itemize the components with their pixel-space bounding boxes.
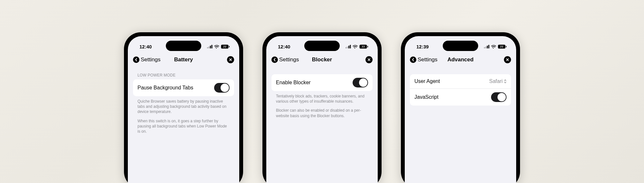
row-label: JavaScript: [414, 94, 439, 100]
svg-rect-12: [367, 46, 368, 47]
svg-rect-9: [348, 46, 349, 48]
settings-group: Enable Blocker: [271, 74, 373, 91]
svg-rect-8: [347, 46, 348, 48]
nav-bar: Settings Blocker: [266, 52, 378, 67]
user-agent-value: Safari: [489, 78, 503, 84]
toggle-javascript[interactable]: [491, 92, 507, 102]
svg-rect-14: [484, 47, 485, 48]
row-label: Enable Blocker: [276, 80, 311, 86]
back-button[interactable]: Settings: [271, 56, 299, 63]
close-button[interactable]: [504, 56, 511, 63]
toggle-enable-blocker[interactable]: [353, 78, 368, 87]
svg-rect-7: [346, 47, 346, 48]
page-title: Blocker: [312, 56, 332, 63]
svg-rect-5: [229, 46, 230, 47]
battery-icon: 77: [498, 45, 507, 49]
dynamic-island: [304, 41, 340, 51]
page-title: Advanced: [447, 56, 473, 63]
close-icon: [367, 58, 371, 61]
setting-row-pause-tabs: Pause Background Tabs: [133, 79, 234, 96]
chevron-left-icon: [410, 56, 416, 63]
wifi-icon: [353, 45, 358, 48]
svg-rect-16: [487, 46, 488, 48]
phone-screen: 12:40 77 Settings Battery: [128, 36, 239, 183]
settings-group: Pause Background Tabs: [133, 79, 234, 96]
status-time: 12:40: [139, 44, 152, 49]
back-button[interactable]: Settings: [133, 56, 160, 63]
close-button[interactable]: [365, 56, 373, 63]
svg-rect-17: [488, 45, 489, 48]
setting-row-user-agent[interactable]: User Agent Safari: [410, 74, 511, 88]
battery-icon: 77: [359, 45, 368, 49]
updown-chevron-icon: [504, 79, 507, 84]
phone-screen: 12:40 77 Settings Blocker: [266, 36, 378, 183]
page-title: Battery: [174, 56, 193, 63]
svg-text:77: 77: [500, 45, 503, 48]
footer-text: When this switch is on, it goes a step f…: [133, 115, 234, 134]
phone-mockup: 12:40 77 Settings Blocker: [262, 32, 382, 183]
status-time: 12:40: [278, 44, 290, 49]
close-icon: [506, 58, 509, 61]
close-icon: [229, 58, 232, 61]
footer-text: Quiche Browser saves battery by pausing …: [133, 96, 234, 115]
row-value: Safari: [489, 78, 507, 84]
phone-screen: 12:39 77 Settings Advanced: [405, 36, 516, 183]
row-label: User Agent: [414, 78, 440, 84]
wifi-icon: [214, 45, 219, 48]
svg-rect-0: [207, 47, 208, 48]
back-label: Settings: [418, 56, 437, 63]
settings-group: User Agent Safari JavaScript: [410, 74, 511, 106]
back-label: Settings: [279, 56, 299, 63]
phone-mockup: 12:40 77 Settings Battery: [124, 32, 243, 183]
svg-rect-2: [210, 46, 211, 48]
status-time: 12:39: [416, 44, 429, 49]
setting-row-enable-blocker: Enable Blocker: [271, 74, 373, 91]
wifi-icon: [491, 45, 496, 48]
chevron-left-icon: [271, 56, 278, 63]
row-label: Pause Background Tabs: [137, 85, 193, 91]
section-header: LOW POWER MODE: [133, 67, 234, 79]
back-label: Settings: [141, 56, 160, 63]
toggle-pause-tabs[interactable]: [214, 83, 230, 93]
cellular-icon: [207, 45, 213, 48]
svg-rect-1: [209, 46, 210, 48]
svg-rect-3: [212, 45, 213, 48]
phone-mockup: 12:39 77 Settings Advanced: [401, 32, 520, 183]
setting-row-javascript: JavaScript: [410, 88, 511, 106]
back-button[interactable]: Settings: [410, 56, 437, 63]
svg-rect-10: [350, 45, 351, 48]
svg-text:77: 77: [223, 45, 226, 48]
svg-rect-19: [506, 46, 507, 47]
dynamic-island: [166, 41, 201, 51]
nav-bar: Settings Battery: [128, 52, 239, 67]
svg-rect-15: [486, 46, 487, 48]
battery-icon: 77: [221, 45, 230, 49]
svg-text:77: 77: [362, 45, 365, 48]
cellular-icon: [484, 45, 489, 48]
footer-text: Tentatively block ads, trackers, cookie …: [271, 91, 373, 104]
chevron-left-icon: [133, 56, 139, 63]
close-button[interactable]: [227, 56, 234, 63]
nav-bar: Settings Advanced: [405, 52, 516, 67]
cellular-icon: [346, 45, 351, 48]
dynamic-island: [443, 41, 478, 51]
footer-text: Blocker can also be enabled or disabled …: [271, 104, 373, 118]
